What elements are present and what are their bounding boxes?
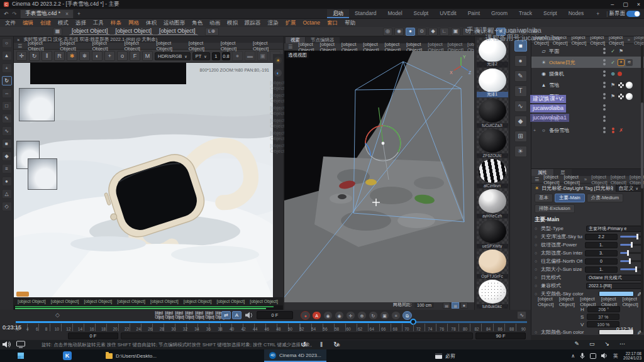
mode-toolbar-icon[interactable]: ◆: [428, 28, 438, 36]
parameter-value[interactable]: 2022.1-[R8]: [586, 283, 641, 289]
range-end-field[interactable]: 90 F: [475, 332, 526, 339]
cloth-tag-icon[interactable]: ≋: [626, 59, 633, 66]
octane-menu-item[interactable]: [object Object]: [157, 40, 183, 52]
menu-item[interactable]: 扩展: [286, 19, 296, 27]
octane-tool-icon[interactable]: o: [117, 51, 128, 61]
preview-thumbnail[interactable]: [28, 158, 57, 190]
viewport-3d-scene[interactable]: Y Z X 透视视图: [284, 51, 474, 302]
close-button[interactable]: ×: [637, 1, 640, 8]
record-button[interactable]: A: [312, 311, 321, 320]
material-item[interactable]: ZF6ZOUlc: [477, 128, 508, 158]
octane-tool-icon[interactable]: ❄: [79, 51, 90, 61]
create-icon[interactable]: ◆: [514, 116, 527, 127]
menu-item[interactable]: 渲染: [268, 19, 279, 27]
parameter-value[interactable]: Octane 日光模式: [586, 275, 641, 281]
menu-item[interactable]: 跟踪器: [245, 19, 261, 27]
shrink-icon[interactable]: ↘: [604, 341, 609, 347]
octane-tool-icon[interactable]: R: [54, 51, 65, 61]
octane-tool-icon[interactable]: ↻: [29, 51, 40, 61]
mode-toolbar-icon[interactable]: ◎: [519, 28, 528, 36]
more-icon[interactable]: »: [628, 37, 630, 43]
menu-item[interactable]: 文件: [5, 19, 16, 27]
visibility-dots[interactable]: [603, 48, 606, 54]
mode-toolbar-icon[interactable]: #: [485, 28, 494, 36]
object-row[interactable]: + ○ 石头: [531, 102, 644, 113]
menu-item[interactable]: 模拟: [227, 19, 238, 27]
octane-side-icon[interactable]: [object Object]: [274, 94, 282, 102]
parameter-slider[interactable]: [620, 236, 641, 238]
sun-icon[interactable]: ☀: [274, 57, 282, 64]
layout-tab[interactable]: 启动: [327, 9, 349, 18]
tool-icon[interactable]: ◆: [2, 151, 12, 161]
object-menu-item[interactable]: [object Object]: [590, 36, 605, 46]
loop-button[interactable]: A: [232, 311, 242, 319]
hamburger-icon[interactable]: ☰: [288, 44, 292, 50]
tool-icon[interactable]: ▲: [2, 51, 12, 60]
object-tags[interactable]: ✗: [609, 127, 642, 134]
transport-button[interactable]: [object Object]: [205, 311, 214, 319]
transport-button[interactable]: [object Object]: [195, 311, 204, 319]
axis-lock-button[interactable]: [object Object]: [114, 28, 153, 35]
octane-menu-item[interactable]: [object Object]: [60, 40, 86, 52]
panel-icon[interactable]: [590, 353, 596, 359]
octane-tool-icon[interactable]: +: [104, 51, 115, 61]
material-item[interactable]: 光泽2: [477, 38, 508, 67]
material-item[interactable]: ueSPXWty: [477, 219, 508, 248]
object-row[interactable]: ☀ Octane日光 ✓☀≋: [531, 57, 644, 68]
menu-item[interactable]: 选择: [75, 19, 86, 27]
hamburger-icon[interactable]: ☰: [18, 43, 22, 49]
layout-tab[interactable]: Script: [538, 9, 563, 17]
material-item[interactable]: fuCutCZaJl: [477, 98, 508, 128]
sphere-tag-icon[interactable]: [626, 93, 633, 100]
octane-menu-item[interactable]: [object Object]: [221, 40, 247, 52]
octane-dim-icon[interactable]: ▬: [245, 51, 255, 61]
object-tags[interactable]: ⚑: [609, 93, 642, 100]
xmark-tag-icon[interactable]: ✗: [618, 127, 625, 134]
keyframe-dot[interactable]: ○: [535, 243, 538, 247]
attribute-tab[interactable]: 基本: [535, 194, 553, 202]
create-icon[interactable]: ✎: [514, 70, 527, 82]
tool-icon[interactable]: ○: [2, 38, 12, 48]
marker-icon[interactable]: ◇: [55, 312, 60, 318]
volume-icon[interactable]: [3, 341, 11, 348]
clock[interactable]: 22:17:08 2024/1/23: [623, 351, 641, 360]
preview-thumbnail[interactable]: [19, 88, 55, 121]
object-row[interactable]: ◉ 摄像机 ⊕: [531, 68, 644, 79]
add-layout-button[interactable]: +: [591, 10, 605, 18]
menu-item[interactable]: 网格: [128, 19, 139, 27]
transport-button[interactable]: [object Object]: [185, 311, 194, 319]
visibility-dots[interactable]: [603, 82, 606, 88]
parameter-value[interactable]: 3.: [585, 250, 618, 256]
display-icon[interactable]: [16, 341, 25, 348]
minimize-button[interactable]: –: [611, 1, 614, 8]
visibility-dots[interactable]: [603, 70, 606, 77]
tool-icon[interactable]: △: [2, 189, 12, 199]
mic-icon[interactable]: [580, 353, 585, 359]
tool-icon[interactable]: □: [2, 101, 12, 111]
menu-item[interactable]: 动画: [209, 19, 220, 27]
mode-toolbar-icon[interactable]: ∟: [440, 28, 449, 36]
visibility-dots[interactable]: [603, 93, 606, 99]
octane-tool-icon[interactable]: F: [130, 51, 140, 61]
hsv-value[interactable]: 37 %: [587, 314, 619, 320]
menu-item[interactable]: Octane: [303, 19, 320, 27]
octane-side-icon[interactable]: [object Object]: [274, 107, 282, 114]
record-button[interactable]: ✛: [346, 311, 355, 320]
attribute-header-icon[interactable]: [object Object]: [611, 174, 626, 185]
record-button[interactable]: ⊕: [357, 311, 367, 320]
tray-chevron-icon[interactable]: ∧: [571, 353, 575, 359]
tool-icon[interactable]: ⇔: [2, 89, 12, 98]
tool-icon[interactable]: ■: [2, 139, 12, 148]
create-icon[interactable]: ☀: [514, 146, 527, 157]
layout-tab[interactable]: Sculpt: [408, 9, 435, 17]
parameter-slider[interactable]: [620, 260, 641, 262]
menu-item[interactable]: 样条: [111, 19, 121, 27]
sphere-tag-icon[interactable]: [626, 82, 633, 89]
dotred-tag-icon[interactable]: [609, 127, 616, 134]
transport-button[interactable]: [object Object]: [165, 311, 174, 319]
object-row[interactable]: ▲ 雪地 ⚑: [531, 79, 644, 90]
visibility-dots[interactable]: [603, 116, 606, 122]
view-label[interactable]: 透视视图: [286, 52, 309, 58]
start-button[interactable]: [18, 353, 24, 359]
menu-item[interactable]: 运动图形: [164, 19, 185, 27]
